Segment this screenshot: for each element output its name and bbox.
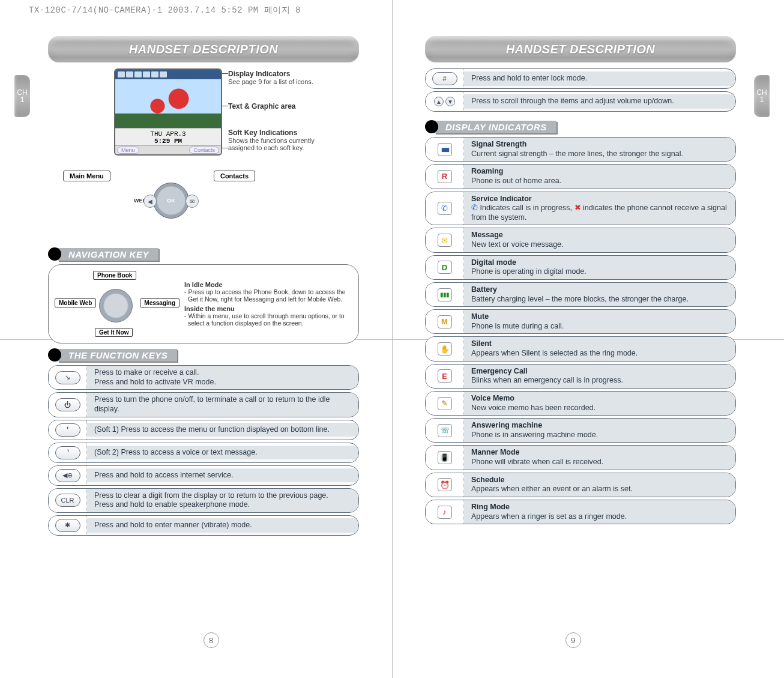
- indicator-title: Voice Memo: [471, 394, 728, 404]
- callout-soft-key: Soft Key Indications Shows the functions…: [228, 129, 315, 151]
- key-description: Press to scroll through the items and ad…: [464, 94, 735, 109]
- indicator-title: Answering machine: [471, 421, 728, 431]
- hand-icon: [438, 342, 452, 356]
- indicator-title: Silent: [471, 339, 728, 349]
- indicator-desc: Appears when Silent is selected as the r…: [471, 349, 728, 359]
- indicator-row: BatteryBattery charging level – the more…: [425, 282, 736, 307]
- function-key-row: ▲▼Press to scroll through the items and …: [425, 91, 736, 112]
- chapter-number: 1: [760, 96, 764, 103]
- indicator-icon-cell: [426, 283, 464, 306]
- indicator-title: Digital mode: [471, 258, 728, 268]
- key-description: (Soft 2) Press to access a voice or text…: [87, 446, 358, 460]
- msg-icon: [438, 234, 452, 247]
- nav-menu-title: Inside the menu: [184, 305, 350, 312]
- indicator-title: Mute: [471, 312, 728, 322]
- page-title-left: HANDSET DESCRIPTION: [48, 36, 359, 62]
- indicator-icon-cell: [426, 138, 464, 161]
- key-description: Press to clear a digit from the display …: [87, 489, 358, 512]
- indicator-icon-cell: [426, 419, 464, 442]
- indicator-text: Emergency CallBlinks when an emergency c…: [464, 365, 735, 388]
- callout-leader: [222, 106, 228, 106]
- section-title: THE FUNCTION KEYS: [58, 349, 177, 362]
- ans-icon: [438, 424, 452, 437]
- softkey-left-label: Menu: [117, 147, 139, 154]
- indicator-text: Signal StrengthCurrent signal strength –…: [464, 138, 735, 161]
- indicator-desc: Blinks when an emergency call is in prog…: [471, 376, 728, 386]
- keycap-icon: ⸢: [55, 423, 80, 437]
- callout-desc: Shows the functions currently: [228, 137, 315, 144]
- e-icon: [438, 369, 452, 383]
- function-key-row: CLRPress to clear a digit from the displ…: [48, 488, 359, 513]
- indicator-icon-cell: [426, 337, 464, 360]
- function-key-row: ✱Press and hold to enter manner (vibrate…: [48, 515, 359, 536]
- nav-left-icon: ◀: [143, 195, 157, 208]
- label-contacts: Contacts: [214, 171, 255, 181]
- key-description: Press and hold to enter manner (vibrate)…: [87, 518, 358, 533]
- keycap-icon: ✱: [55, 519, 80, 532]
- indicator-list: Signal StrengthCurrent signal strength –…: [425, 137, 736, 524]
- indicator-text: Ring ModeAppears when a ringer is set as…: [464, 500, 735, 524]
- page-right: CH 1 HANDSET DESCRIPTION #Press and hold…: [392, 30, 754, 648]
- indicator-icon-cell: [426, 365, 464, 388]
- nav-key-description: In Idle Mode - Press up to access the Ph…: [184, 281, 350, 327]
- screen-status-bar: [115, 70, 221, 79]
- callout-title: Soft Key Indications: [228, 129, 315, 137]
- section-function-keys: THE FUNCTION KEYS: [48, 348, 359, 362]
- function-key-row: #Press and hold to enter lock mode.: [425, 68, 736, 89]
- indicator-desc: New text or voice message.: [471, 240, 728, 250]
- function-key-row: ⸢(Soft 1) Press to access the menu or fu…: [48, 420, 359, 440]
- keycap-icon: ◀⊕: [55, 469, 80, 482]
- indicator-text: MutePhone is mute during a call.: [464, 310, 735, 333]
- section-dot-icon: [425, 120, 438, 133]
- function-key-row: ↘Press to make or receive a call.Press a…: [48, 365, 359, 390]
- keycap-icon: #: [432, 72, 457, 85]
- status-icon: [134, 71, 142, 77]
- page-title-right: HANDSET DESCRIPTION: [425, 36, 736, 62]
- nav-key-diagram: Phone Book Get It Now Mobile Web Messagi…: [57, 271, 177, 337]
- status-icon: [118, 71, 125, 77]
- volume-keys-icon: ▲▼: [433, 97, 456, 106]
- chapter-tab-right: CH 1: [754, 75, 770, 117]
- status-icon: [143, 71, 150, 77]
- indicator-desc: Phone will vibrate when call is received…: [471, 458, 728, 467]
- phone-nav-cluster: Main Menu Contacts WEB ◀ ✉: [99, 165, 237, 237]
- indicator-desc: Phone is in answering machine mode.: [471, 431, 728, 440]
- indicator-desc: Phone is operating in digital mode.: [471, 267, 728, 277]
- key-icon-cell: CLR: [49, 489, 87, 512]
- key-description: Press to make or receive a call.Press an…: [87, 366, 358, 389]
- handset-diagram: THU APR.3 5:29 PM Menu Contacts Display …: [48, 68, 359, 243]
- callout-text-graphic-area: Text & Graphic area: [228, 102, 296, 110]
- nav-ring-small: [99, 289, 133, 322]
- indicator-text: Service Indicator Indicates call is in p…: [464, 192, 735, 225]
- nav-idle-title: In Idle Mode: [184, 281, 350, 288]
- ok-button-icon: [153, 183, 189, 219]
- page-left: CH 1 HANDSET DESCRIPTION THU APR.3 5:29 …: [30, 30, 392, 648]
- indicator-icon-cell: [426, 310, 464, 333]
- key-icon-cell: ⸢: [49, 420, 87, 440]
- ring-icon: [438, 506, 452, 519]
- callout-leader: [222, 148, 228, 148]
- r-icon: [438, 170, 452, 183]
- nav-menu-desc: - Within a menu, use to scroll through m…: [184, 312, 350, 327]
- file-header-meta: TX-120C-7/14(NO-CAMERA)-1 2003.7.14 5:52…: [29, 5, 301, 16]
- section-dot-icon: [48, 247, 61, 261]
- indicator-icon-cell: [426, 392, 464, 415]
- indicator-icon-cell: [426, 192, 464, 225]
- indicator-desc: Phone is mute during a call.: [471, 322, 728, 331]
- chapter-tab-left: CH 1: [14, 75, 30, 117]
- d-icon: [438, 261, 452, 274]
- keycap-icon: ↘: [55, 371, 80, 384]
- nav-ring: WEB ◀ ✉: [147, 177, 195, 225]
- indicator-desc: Indicates call is in progress, ✖ indicat…: [471, 204, 728, 222]
- indicator-title: Signal Strength: [471, 140, 728, 150]
- indicator-title: Emergency Call: [471, 367, 728, 377]
- memo-icon: [438, 397, 452, 410]
- indicator-row: MutePhone is mute during a call.: [425, 309, 736, 334]
- indicator-row: Answering machinePhone is in answering m…: [425, 418, 736, 443]
- label-phone-book: Phone Book: [93, 271, 136, 280]
- indicator-row: Service Indicator Indicates call is in p…: [425, 192, 736, 226]
- indicator-icon-cell: [426, 165, 464, 188]
- section-dot-icon: [48, 348, 61, 362]
- label-messaging: Messaging: [140, 298, 179, 307]
- page-spread: CH 1 HANDSET DESCRIPTION THU APR.3 5:29 …: [30, 30, 754, 648]
